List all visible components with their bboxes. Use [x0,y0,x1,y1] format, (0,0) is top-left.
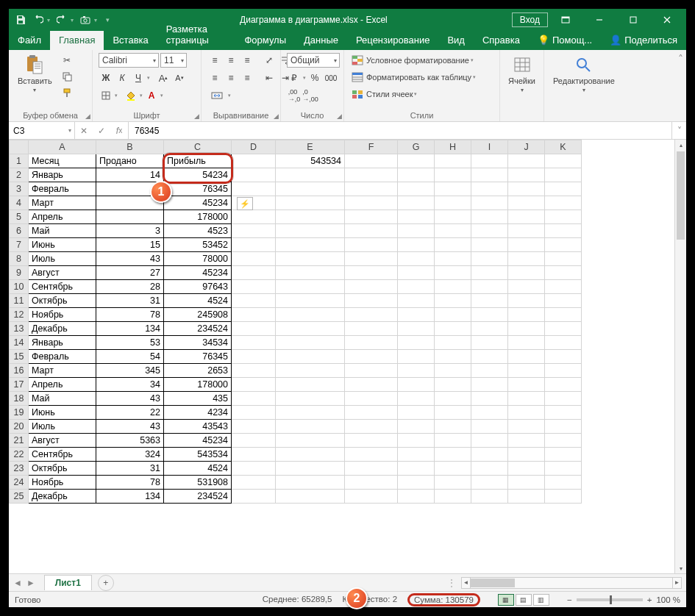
cell[interactable] [508,490,545,504]
cell[interactable] [435,168,471,182]
cell[interactable] [276,434,345,448]
cell[interactable] [545,434,582,448]
cell[interactable] [276,266,345,280]
cell[interactable] [398,196,435,210]
cell[interactable] [435,252,471,266]
dialog-launcher-icon[interactable]: ◢ [337,112,342,120]
vertical-scrollbar[interactable]: ▴ ▾ [674,140,686,573]
cell[interactable] [232,224,276,238]
cell[interactable] [276,280,345,294]
cell[interactable] [345,266,398,280]
tab-pagelayout[interactable]: Разметка страницы [157,20,236,50]
cell[interactable] [471,224,508,238]
row-header[interactable]: 14 [10,336,29,350]
cell[interactable]: Август [29,434,96,448]
cell[interactable] [398,210,435,224]
cell[interactable] [471,378,508,392]
cell[interactable] [545,336,582,350]
cell[interactable] [345,420,398,434]
collapse-ribbon-icon[interactable]: ˄ [675,50,686,121]
cell[interactable] [435,266,471,280]
cell[interactable] [435,350,471,364]
cell[interactable] [508,350,545,364]
cell[interactable] [471,266,508,280]
cell[interactable]: Август [29,266,96,280]
close-icon[interactable] [651,9,683,31]
cell[interactable] [345,294,398,308]
cell[interactable] [508,378,545,392]
worksheet-grid[interactable]: ABCDEFGHIJK1МесяцПроданоПрибыль5435342Ян… [9,140,674,573]
cell[interactable]: 14 [96,168,164,182]
cell[interactable] [545,378,582,392]
cell[interactable] [345,336,398,350]
align-bottom-icon[interactable]: ≡ [240,53,254,68]
cell[interactable] [471,406,508,420]
cell[interactable]: Март [29,364,96,378]
col-header-I[interactable]: I [471,140,508,154]
row-header[interactable]: 15 [10,350,29,364]
cell[interactable] [508,406,545,420]
tab-home[interactable]: Главная [50,31,104,50]
cell[interactable]: 78000 [164,252,232,266]
camera-icon[interactable] [79,14,91,26]
percent-format-icon[interactable]: % [307,71,322,85]
cell[interactable] [471,196,508,210]
cell[interactable] [276,252,345,266]
cell[interactable] [232,322,276,336]
cell[interactable] [232,266,276,280]
cell[interactable] [508,476,545,490]
cell[interactable] [232,154,276,168]
col-header-G[interactable]: G [398,140,435,154]
cell[interactable] [435,224,471,238]
cell[interactable] [398,462,435,476]
cell[interactable] [276,224,345,238]
align-top-icon[interactable]: ≡ [207,53,222,68]
cell[interactable] [345,224,398,238]
cell[interactable]: Октябрь [29,462,96,476]
editing-button[interactable]: Редактирование ▾ [550,53,618,95]
sheet-nav-next-icon[interactable]: ► [26,578,35,588]
cell[interactable] [345,154,398,168]
cell[interactable]: 53452 [164,238,232,252]
cell[interactable] [508,294,545,308]
format-painter-icon[interactable] [60,85,74,100]
cell[interactable] [398,294,435,308]
cell[interactable] [471,182,508,196]
quick-analysis-icon[interactable]: ⚡ [237,197,253,210]
cell[interactable] [398,238,435,252]
cell[interactable]: Февраль [29,182,96,196]
cell[interactable]: 78 [96,308,164,322]
cell[interactable] [435,490,471,504]
cell[interactable] [345,238,398,252]
enter-formula-icon[interactable]: ✓ [93,126,110,136]
tab-split-icon[interactable]: ⋮ [446,578,457,588]
col-header-K[interactable]: K [545,140,582,154]
cell[interactable] [508,210,545,224]
zoom-level[interactable]: 100 % [656,595,680,604]
tell-me[interactable]: 💡Помощ... [529,31,601,50]
cell[interactable] [276,308,345,322]
cell[interactable] [545,364,582,378]
cell[interactable]: 5363 [96,434,164,448]
cell[interactable] [508,168,545,182]
cell[interactable] [232,280,276,294]
cell[interactable]: 4234 [164,406,232,420]
cell[interactable] [508,266,545,280]
cell[interactable] [345,406,398,420]
expand-formula-bar-icon[interactable]: ˅ [671,122,686,139]
cell[interactable] [345,392,398,406]
cell[interactable] [345,210,398,224]
row-header[interactable]: 12 [10,308,29,322]
cell[interactable] [545,182,582,196]
normal-view-icon[interactable]: ▦ [498,594,514,606]
cell[interactable]: Июль [29,420,96,434]
italic-button[interactable]: К [115,71,129,85]
cell[interactable]: Март [29,196,96,210]
cell[interactable]: 134 [96,322,164,336]
cell[interactable]: 54 [96,350,164,364]
cell[interactable] [545,322,582,336]
cell[interactable] [508,224,545,238]
sheet-tab[interactable]: Лист1 [44,575,92,590]
copy-icon[interactable] [60,69,74,84]
cancel-formula-icon[interactable]: ✕ [75,126,93,136]
